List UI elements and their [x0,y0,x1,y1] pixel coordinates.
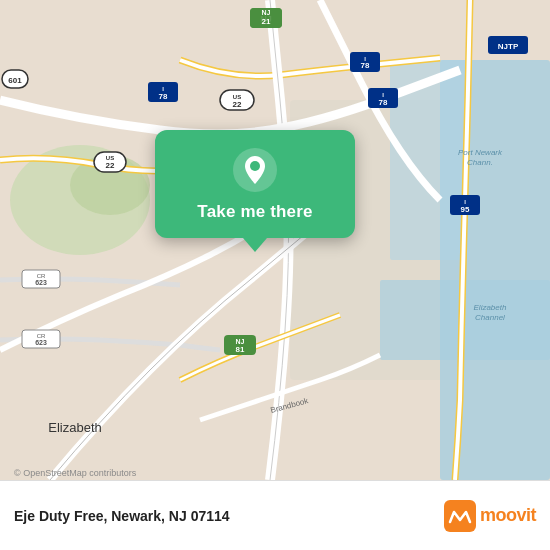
moovit-logo: moovit [444,500,536,532]
footer-bar: Eje Duty Free, Newark, NJ 07114 moovit [0,480,550,550]
svg-text:22: 22 [106,161,115,170]
svg-text:601: 601 [8,76,22,85]
moovit-icon [444,500,476,532]
svg-text:81: 81 [236,345,245,354]
moovit-text: moovit [480,505,536,526]
svg-text:623: 623 [35,279,47,286]
svg-text:NJ: NJ [262,9,271,16]
map-area: NJ NJ 21 I 78 US 22 US 22 I 78 NJTP [0,0,550,480]
svg-point-50 [250,161,260,171]
svg-text:Channel: Channel [475,313,505,322]
svg-text:21: 21 [262,17,271,26]
svg-text:Elizabeth: Elizabeth [474,303,507,312]
svg-text:22: 22 [233,100,242,109]
svg-rect-51 [444,500,476,532]
svg-text:Port Newark: Port Newark [458,148,503,157]
footer-text: Eje Duty Free, Newark, NJ 07114 [14,508,444,524]
map-svg: NJ NJ 21 I 78 US 22 US 22 I 78 NJTP [0,0,550,480]
location-pin-icon [233,148,277,192]
osm-attribution: © OpenStreetMap contributors [14,468,136,478]
svg-text:NJ: NJ [236,338,245,345]
footer-title: Eje Duty Free, Newark, NJ 07114 [14,508,444,524]
svg-text:623: 623 [35,339,47,346]
svg-text:95: 95 [461,205,470,214]
svg-text:78: 78 [379,98,388,107]
svg-text:78: 78 [159,92,168,101]
svg-text:Elizabeth: Elizabeth [48,420,101,435]
app-container: NJ NJ 21 I 78 US 22 US 22 I 78 NJTP [0,0,550,550]
osm-text: © OpenStreetMap contributors [14,468,136,478]
svg-text:78: 78 [361,61,370,70]
svg-text:Chann.: Chann. [467,158,493,167]
popup-card[interactable]: Take me there [155,130,355,238]
svg-text:NJTP: NJTP [498,42,519,51]
take-me-there-button[interactable]: Take me there [197,202,312,222]
